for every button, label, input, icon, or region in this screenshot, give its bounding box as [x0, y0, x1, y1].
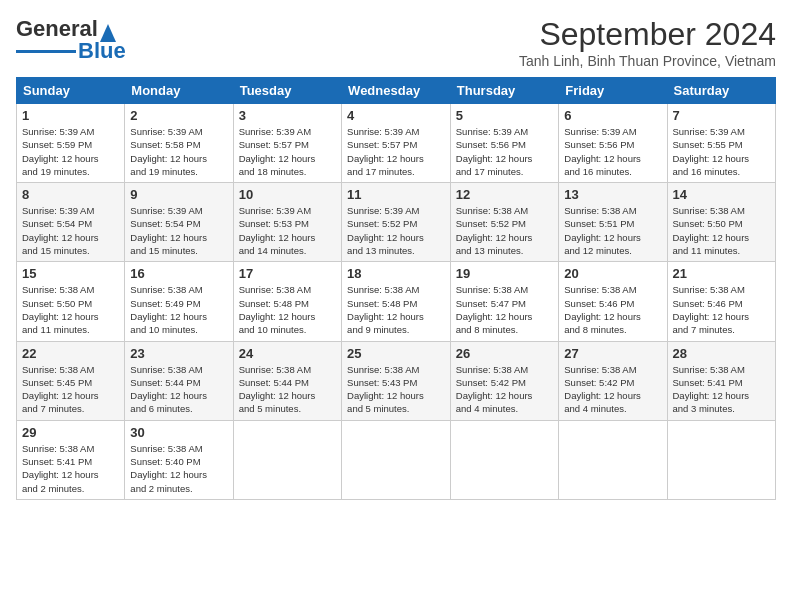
location: Tanh Linh, Binh Thuan Province, Vietnam — [519, 53, 776, 69]
page-header: General Blue September 2024 Tanh Linh, B… — [16, 16, 776, 69]
day-number: 24 — [239, 346, 336, 361]
day-info: Sunrise: 5:39 AMSunset: 5:59 PMDaylight:… — [22, 125, 119, 178]
day-info: Sunrise: 5:39 AMSunset: 5:56 PMDaylight:… — [564, 125, 661, 178]
day-number: 22 — [22, 346, 119, 361]
day-info: Sunrise: 5:38 AMSunset: 5:50 PMDaylight:… — [22, 283, 119, 336]
day-number: 9 — [130, 187, 227, 202]
day-info: Sunrise: 5:38 AMSunset: 5:47 PMDaylight:… — [456, 283, 553, 336]
day-number: 28 — [673, 346, 771, 361]
day-header-saturday: Saturday — [667, 78, 776, 104]
day-info: Sunrise: 5:38 AMSunset: 5:42 PMDaylight:… — [456, 363, 553, 416]
day-number: 29 — [22, 425, 119, 440]
calendar-cell: 29Sunrise: 5:38 AMSunset: 5:41 PMDayligh… — [17, 420, 125, 499]
calendar: SundayMondayTuesdayWednesdayThursdayFrid… — [16, 77, 776, 500]
day-number: 3 — [239, 108, 336, 123]
day-info: Sunrise: 5:39 AMSunset: 5:55 PMDaylight:… — [673, 125, 771, 178]
calendar-cell — [342, 420, 451, 499]
calendar-cell: 28Sunrise: 5:38 AMSunset: 5:41 PMDayligh… — [667, 341, 776, 420]
day-info: Sunrise: 5:39 AMSunset: 5:57 PMDaylight:… — [347, 125, 445, 178]
calendar-cell: 3Sunrise: 5:39 AMSunset: 5:57 PMDaylight… — [233, 104, 341, 183]
day-number: 7 — [673, 108, 771, 123]
day-info: Sunrise: 5:38 AMSunset: 5:41 PMDaylight:… — [673, 363, 771, 416]
day-info: Sunrise: 5:38 AMSunset: 5:46 PMDaylight:… — [673, 283, 771, 336]
calendar-cell — [450, 420, 558, 499]
calendar-cell: 12Sunrise: 5:38 AMSunset: 5:52 PMDayligh… — [450, 183, 558, 262]
day-info: Sunrise: 5:38 AMSunset: 5:52 PMDaylight:… — [456, 204, 553, 257]
day-info: Sunrise: 5:39 AMSunset: 5:52 PMDaylight:… — [347, 204, 445, 257]
day-number: 12 — [456, 187, 553, 202]
day-info: Sunrise: 5:38 AMSunset: 5:48 PMDaylight:… — [239, 283, 336, 336]
calendar-cell: 6Sunrise: 5:39 AMSunset: 5:56 PMDaylight… — [559, 104, 667, 183]
calendar-cell: 20Sunrise: 5:38 AMSunset: 5:46 PMDayligh… — [559, 262, 667, 341]
day-number: 19 — [456, 266, 553, 281]
day-info: Sunrise: 5:38 AMSunset: 5:44 PMDaylight:… — [239, 363, 336, 416]
day-number: 18 — [347, 266, 445, 281]
calendar-cell: 24Sunrise: 5:38 AMSunset: 5:44 PMDayligh… — [233, 341, 341, 420]
day-info: Sunrise: 5:39 AMSunset: 5:53 PMDaylight:… — [239, 204, 336, 257]
day-info: Sunrise: 5:39 AMSunset: 5:57 PMDaylight:… — [239, 125, 336, 178]
calendar-cell: 4Sunrise: 5:39 AMSunset: 5:57 PMDaylight… — [342, 104, 451, 183]
day-info: Sunrise: 5:38 AMSunset: 5:49 PMDaylight:… — [130, 283, 227, 336]
day-number: 4 — [347, 108, 445, 123]
day-number: 2 — [130, 108, 227, 123]
calendar-cell: 1Sunrise: 5:39 AMSunset: 5:59 PMDaylight… — [17, 104, 125, 183]
day-header-friday: Friday — [559, 78, 667, 104]
day-header-sunday: Sunday — [17, 78, 125, 104]
calendar-cell: 27Sunrise: 5:38 AMSunset: 5:42 PMDayligh… — [559, 341, 667, 420]
day-info: Sunrise: 5:38 AMSunset: 5:41 PMDaylight:… — [22, 442, 119, 495]
day-number: 25 — [347, 346, 445, 361]
day-info: Sunrise: 5:39 AMSunset: 5:58 PMDaylight:… — [130, 125, 227, 178]
calendar-cell: 26Sunrise: 5:38 AMSunset: 5:42 PMDayligh… — [450, 341, 558, 420]
day-number: 14 — [673, 187, 771, 202]
day-info: Sunrise: 5:39 AMSunset: 5:54 PMDaylight:… — [22, 204, 119, 257]
day-number: 10 — [239, 187, 336, 202]
day-info: Sunrise: 5:38 AMSunset: 5:50 PMDaylight:… — [673, 204, 771, 257]
calendar-cell: 25Sunrise: 5:38 AMSunset: 5:43 PMDayligh… — [342, 341, 451, 420]
day-info: Sunrise: 5:38 AMSunset: 5:45 PMDaylight:… — [22, 363, 119, 416]
calendar-cell: 30Sunrise: 5:38 AMSunset: 5:40 PMDayligh… — [125, 420, 233, 499]
calendar-cell: 17Sunrise: 5:38 AMSunset: 5:48 PMDayligh… — [233, 262, 341, 341]
calendar-cell — [559, 420, 667, 499]
day-info: Sunrise: 5:38 AMSunset: 5:46 PMDaylight:… — [564, 283, 661, 336]
day-info: Sunrise: 5:38 AMSunset: 5:40 PMDaylight:… — [130, 442, 227, 495]
calendar-cell — [667, 420, 776, 499]
day-info: Sunrise: 5:38 AMSunset: 5:48 PMDaylight:… — [347, 283, 445, 336]
day-header-wednesday: Wednesday — [342, 78, 451, 104]
day-info: Sunrise: 5:38 AMSunset: 5:44 PMDaylight:… — [130, 363, 227, 416]
day-number: 20 — [564, 266, 661, 281]
calendar-cell — [233, 420, 341, 499]
title-area: September 2024 Tanh Linh, Binh Thuan Pro… — [519, 16, 776, 69]
month-title: September 2024 — [519, 16, 776, 53]
day-info: Sunrise: 5:39 AMSunset: 5:56 PMDaylight:… — [456, 125, 553, 178]
calendar-cell: 7Sunrise: 5:39 AMSunset: 5:55 PMDaylight… — [667, 104, 776, 183]
day-number: 17 — [239, 266, 336, 281]
day-number: 6 — [564, 108, 661, 123]
day-number: 23 — [130, 346, 227, 361]
day-info: Sunrise: 5:38 AMSunset: 5:43 PMDaylight:… — [347, 363, 445, 416]
calendar-cell: 22Sunrise: 5:38 AMSunset: 5:45 PMDayligh… — [17, 341, 125, 420]
calendar-cell: 11Sunrise: 5:39 AMSunset: 5:52 PMDayligh… — [342, 183, 451, 262]
calendar-cell: 18Sunrise: 5:38 AMSunset: 5:48 PMDayligh… — [342, 262, 451, 341]
calendar-cell: 21Sunrise: 5:38 AMSunset: 5:46 PMDayligh… — [667, 262, 776, 341]
calendar-cell: 5Sunrise: 5:39 AMSunset: 5:56 PMDaylight… — [450, 104, 558, 183]
day-number: 30 — [130, 425, 227, 440]
calendar-cell: 10Sunrise: 5:39 AMSunset: 5:53 PMDayligh… — [233, 183, 341, 262]
day-header-thursday: Thursday — [450, 78, 558, 104]
calendar-cell: 13Sunrise: 5:38 AMSunset: 5:51 PMDayligh… — [559, 183, 667, 262]
calendar-cell: 15Sunrise: 5:38 AMSunset: 5:50 PMDayligh… — [17, 262, 125, 341]
day-number: 5 — [456, 108, 553, 123]
day-number: 26 — [456, 346, 553, 361]
day-info: Sunrise: 5:38 AMSunset: 5:42 PMDaylight:… — [564, 363, 661, 416]
logo-underline — [16, 50, 76, 53]
calendar-cell: 14Sunrise: 5:38 AMSunset: 5:50 PMDayligh… — [667, 183, 776, 262]
calendar-cell: 23Sunrise: 5:38 AMSunset: 5:44 PMDayligh… — [125, 341, 233, 420]
day-info: Sunrise: 5:39 AMSunset: 5:54 PMDaylight:… — [130, 204, 227, 257]
day-header-monday: Monday — [125, 78, 233, 104]
logo-blue: Blue — [78, 38, 126, 64]
day-number: 11 — [347, 187, 445, 202]
calendar-cell: 19Sunrise: 5:38 AMSunset: 5:47 PMDayligh… — [450, 262, 558, 341]
day-number: 27 — [564, 346, 661, 361]
day-number: 8 — [22, 187, 119, 202]
day-number: 21 — [673, 266, 771, 281]
day-number: 16 — [130, 266, 227, 281]
